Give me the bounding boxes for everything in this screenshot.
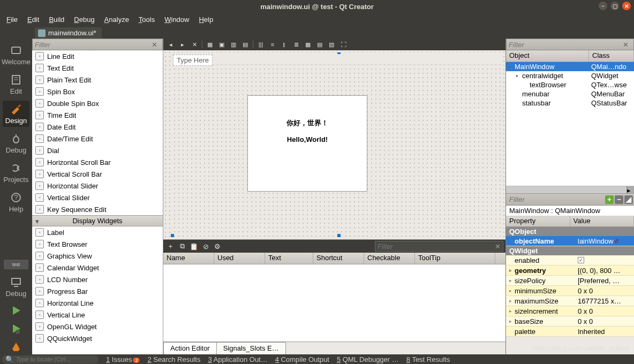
- main-window-widget[interactable]: Type Here 你好，世界！ Hello,World!: [171, 52, 503, 237]
- widget-filter-input[interactable]: [35, 41, 152, 49]
- reset-icon[interactable]: ↺: [614, 238, 618, 244]
- menu-analyze[interactable]: Analyze: [100, 14, 133, 25]
- column-name[interactable]: Name: [163, 253, 214, 264]
- menu-debug[interactable]: Debug: [70, 14, 99, 25]
- layout-grid-icon[interactable]: ▦: [304, 40, 312, 49]
- widget-date-time-edit[interactable]: ▫Date/Time Edit: [32, 133, 163, 145]
- menu-file[interactable]: File: [2, 14, 22, 25]
- layout-hsplit-icon[interactable]: ⫿: [280, 40, 289, 49]
- kit-selector[interactable]: Debug: [3, 274, 29, 300]
- menu-edit[interactable]: Edit: [23, 14, 43, 25]
- widget-opengl-widget[interactable]: ▫OpenGL Widget: [32, 321, 163, 332]
- output-search-results[interactable]: 2 Search Results: [147, 355, 200, 363]
- widget-graphics-view[interactable]: ▫Graphics View: [32, 250, 163, 262]
- widget-progress-bar[interactable]: ▫Progress Bar: [32, 285, 163, 297]
- run-debug-button[interactable]: [9, 322, 24, 335]
- output-application-out-[interactable]: 3 Application Out…: [208, 355, 267, 363]
- menu-tools[interactable]: Tools: [134, 14, 159, 25]
- widget-calendar-widget[interactable]: ▫Calendar Widget: [32, 262, 163, 274]
- column-property[interactable]: Property: [506, 216, 570, 226]
- action-list[interactable]: [163, 264, 505, 342]
- column-object[interactable]: Object: [506, 50, 589, 62]
- prop-maximumSize[interactable]: ▸maximumSize16777215 x…: [506, 296, 634, 306]
- copy-icon[interactable]: ⧉: [177, 241, 187, 251]
- widget-plain-text-edit[interactable]: ▫Plain Text Edit: [32, 74, 163, 86]
- column-tooltip[interactable]: ToolTip: [415, 253, 495, 264]
- prop-enabled[interactable]: enabled✓: [506, 255, 634, 266]
- column-text[interactable]: Text: [265, 253, 313, 264]
- next-icon[interactable]: ▸: [178, 40, 187, 49]
- widget-spin-box[interactable]: ▫Spin Box: [32, 86, 163, 97]
- output-test-results[interactable]: 8 Test Results: [406, 355, 450, 363]
- action-filter-input[interactable]: [378, 242, 495, 251]
- menu-build[interactable]: Build: [44, 14, 69, 25]
- object-centralwidget[interactable]: ▾centralwidgetQWidget: [506, 71, 634, 80]
- type-here-placeholder[interactable]: Type Here: [173, 55, 213, 66]
- mode-debug[interactable]: Debug: [3, 130, 29, 156]
- column-value[interactable]: Value: [570, 216, 635, 226]
- prop-sizePolicy[interactable]: ▸sizePolicy[Preferred, …: [506, 276, 634, 286]
- expand-icon[interactable]: ▸: [509, 308, 514, 314]
- widget-vertical-slider[interactable]: ▫Vertical Slider: [32, 192, 163, 203]
- settings-icon[interactable]: ⚙: [213, 241, 222, 251]
- widget-qquickwidget[interactable]: ▫QQuickWidget: [32, 332, 163, 344]
- expand-icon[interactable]: ▸: [509, 288, 514, 293]
- edit-widgets-icon[interactable]: ▦: [206, 40, 214, 49]
- edit-taborder-icon[interactable]: ▤: [241, 40, 250, 49]
- expand-icon[interactable]: ▾: [516, 73, 521, 79]
- widget-horizontal-slider[interactable]: ▫Horizontal Slider: [32, 180, 163, 192]
- build-button[interactable]: [9, 340, 24, 353]
- layout-v-icon[interactable]: ≡: [268, 40, 277, 49]
- object-filter-input[interactable]: [509, 41, 623, 49]
- settings-icon[interactable]: ◢: [624, 195, 633, 204]
- text-browser-widget[interactable]: 你好，世界！ Hello,World!: [247, 95, 367, 192]
- mode-welcome[interactable]: Welcome: [3, 42, 29, 68]
- property-filter-input[interactable]: [507, 195, 604, 203]
- column-used[interactable]: Used: [214, 253, 265, 264]
- mode-design[interactable]: Design: [3, 101, 29, 127]
- menu-window[interactable]: Window: [160, 14, 193, 25]
- project-selector[interactable]: test: [4, 260, 28, 269]
- h-scrollbar[interactable]: ▸: [506, 186, 634, 193]
- close-button[interactable]: ✕: [622, 2, 631, 10]
- output-issues[interactable]: 1 Issues2: [106, 355, 140, 363]
- paste-icon[interactable]: 📋: [189, 241, 199, 251]
- property-list[interactable]: QObjectobjectNamelainWindow ↺QWidgetenab…: [506, 227, 634, 354]
- expand-icon[interactable]: ▸: [509, 298, 514, 304]
- output-compile-output[interactable]: 4 Compile Output: [275, 355, 329, 363]
- menubar-widget[interactable]: Type Here: [172, 54, 502, 65]
- new-action-icon[interactable]: ＋: [165, 241, 175, 251]
- edit-buddies-icon[interactable]: ▥: [229, 40, 238, 49]
- design-canvas[interactable]: Type Here 你好，世界！ Hello,World!: [163, 50, 505, 239]
- prop-palette[interactable]: paletteInherited: [506, 327, 634, 337]
- mode-projects[interactable]: Projects: [3, 160, 29, 186]
- object-textBrowser[interactable]: textBrowserQTex…wse: [506, 80, 634, 89]
- prop-objectName[interactable]: objectNamelainWindow ↺: [506, 236, 634, 246]
- break-layout-icon[interactable]: ▧: [327, 40, 336, 49]
- widget-time-edit[interactable]: ▫Time Edit: [32, 109, 163, 121]
- tab-signals-slots-e-[interactable]: Signals_Slots E…: [216, 342, 286, 354]
- clear-icon[interactable]: ✕: [623, 41, 631, 49]
- widget-text-browser[interactable]: ▫Text Browser: [32, 238, 163, 250]
- prop-sizeIncrement[interactable]: ▸sizeIncrement0 x 0: [506, 306, 634, 316]
- prop-geometry[interactable]: ▸geometry[(0, 0), 800 …: [506, 266, 634, 276]
- prop-baseSize[interactable]: ▸baseSize0 x 0: [506, 316, 634, 327]
- expand-icon[interactable]: ▾: [508, 64, 514, 70]
- edit-signals-icon[interactable]: ▣: [217, 40, 226, 49]
- adjust-size-icon[interactable]: ⛶: [339, 40, 348, 49]
- prop-minimumSize[interactable]: ▸minimumSize0 x 0: [506, 286, 634, 296]
- file-tab[interactable]: mainwindow.ui*: [35, 27, 102, 39]
- clear-icon[interactable]: ✕: [495, 242, 501, 251]
- run-button[interactable]: [9, 304, 24, 317]
- column-shortcut[interactable]: Shortcut: [313, 253, 364, 264]
- object-MainWindow[interactable]: ▾MainWindowQMai…ndo: [506, 62, 634, 71]
- mode-help[interactable]: ?Help: [3, 189, 29, 215]
- widget-vertical-scroll-bar[interactable]: ▫Vertical Scroll Bar: [32, 168, 163, 180]
- locator[interactable]: 🔍: [2, 355, 99, 363]
- locator-input[interactable]: [16, 356, 95, 362]
- action-filter[interactable]: ✕: [375, 241, 503, 252]
- widget-label[interactable]: ▫Label: [32, 226, 163, 238]
- close-doc-icon[interactable]: ✕: [190, 40, 199, 49]
- layout-vsplit-icon[interactable]: ≣: [292, 40, 300, 49]
- object-statusbar[interactable]: statusbarQStatusBar: [506, 98, 634, 108]
